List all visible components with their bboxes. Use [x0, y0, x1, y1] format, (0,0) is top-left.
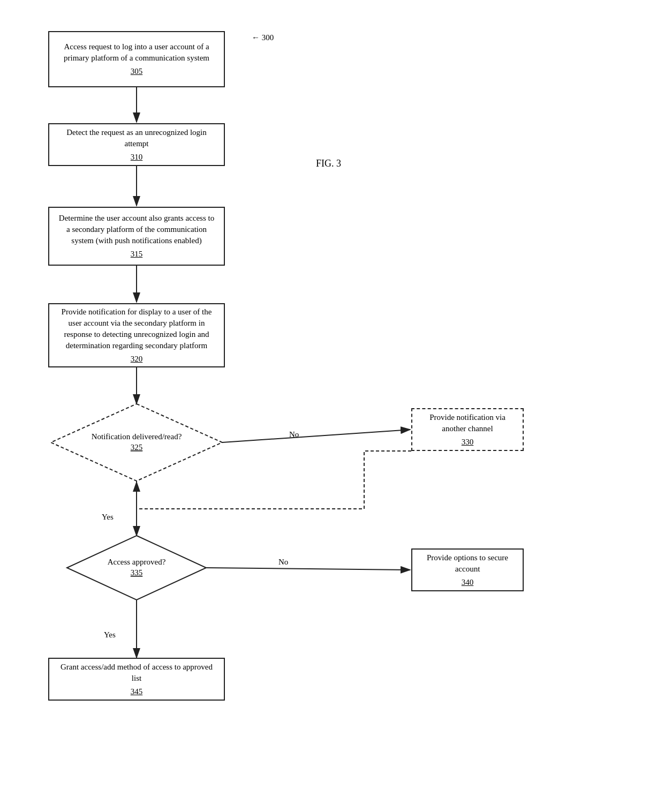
- svg-marker-6: [51, 404, 222, 481]
- diamond325-ref: 325: [131, 443, 143, 452]
- box315-ref: 315: [131, 249, 143, 260]
- diamond325-label: Notification delivered/read?: [92, 432, 182, 441]
- box310-text: Detect the request as an unrecognized lo…: [57, 127, 216, 149]
- box-340: Provide options to secure account 340: [411, 548, 524, 591]
- box345-text: Grant access/add method of access to app…: [57, 661, 216, 684]
- box315-text: Determine the user account also grants a…: [57, 213, 216, 246]
- box345-ref: 345: [131, 686, 143, 697]
- box330-ref: 330: [462, 437, 474, 448]
- yes-label-335: Yes: [104, 630, 116, 639]
- box320-text: Provide notification for display to a us…: [57, 306, 216, 351]
- box330-text: Provide notification via another channel: [420, 412, 515, 434]
- box-310: Detect the request as an unrecognized lo…: [48, 123, 225, 166]
- fig-label: FIG. 3: [316, 158, 341, 169]
- diagram-container: ← 300 FIG. 3 No Yes: [0, 0, 664, 812]
- box320-ref: 320: [131, 354, 143, 365]
- box340-text: Provide options to secure account: [420, 552, 515, 575]
- svg-line-12: [206, 568, 410, 570]
- diamond335-ref: 335: [131, 568, 143, 577]
- no-label-335: No: [278, 558, 288, 566]
- box-320: Provide notification for display to a us…: [48, 303, 225, 367]
- box-330: Provide notification via another channel…: [411, 408, 524, 451]
- diamond335-label: Access approved?: [108, 558, 166, 566]
- box310-ref: 310: [131, 152, 143, 163]
- svg-line-7: [222, 430, 410, 442]
- box-315: Determine the user account also grants a…: [48, 207, 225, 266]
- svg-marker-11: [67, 536, 206, 600]
- ref-300: ← 300: [252, 33, 274, 42]
- box305-ref: 305: [131, 66, 143, 77]
- box305-text: Access request to log into a user accoun…: [57, 41, 216, 64]
- box-345: Grant access/add method of access to app…: [48, 658, 225, 701]
- box340-ref: 340: [462, 577, 474, 588]
- no-label-325: No: [289, 430, 299, 439]
- box-305: Access request to log into a user accoun…: [48, 31, 225, 87]
- yes-label-325: Yes: [102, 513, 114, 521]
